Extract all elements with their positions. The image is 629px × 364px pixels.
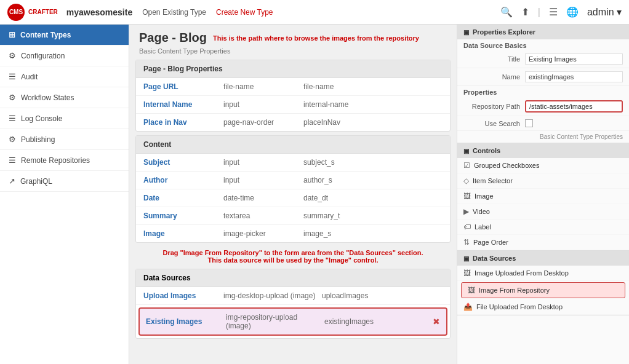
right-panel: ▣ Properties Explorer Data Source Basics…: [457, 25, 629, 364]
properties-section-header: Page - Blog Properties: [136, 60, 450, 78]
summary-type: textarea: [223, 212, 303, 220]
file-from-desktop-item[interactable]: 📤 File Uploaded From Desktop: [457, 299, 629, 315]
table-row: Summary textarea summary_t: [136, 207, 450, 225]
sidebar-item-configuration[interactable]: ⚙ Configuration: [0, 46, 129, 66]
table-row: Internal Name input internal-name: [136, 96, 450, 114]
sidebar-item-remote-repos[interactable]: ☰ Remote Repositories: [0, 150, 129, 171]
page-title: Page - Blog: [139, 31, 207, 45]
page-url-label: Page URL: [143, 82, 223, 91]
sidebar: ⊞ Content Types ⚙ Configuration ☰ Audit …: [0, 25, 129, 364]
date-label: Date: [143, 194, 223, 202]
publishing-icon: ⚙: [9, 135, 16, 144]
repository-path-value[interactable]: /static-assets/images: [525, 100, 623, 113]
item-selector-icon: ◇: [463, 176, 469, 185]
existing-images-type: img-repository-upload (image): [226, 313, 324, 330]
use-search-label: Use Search: [463, 120, 525, 127]
subject-type: input: [223, 158, 303, 167]
label-control-icon: 🏷: [463, 223, 471, 231]
table-row: Place in Nav page-nav-order placeInNav: [136, 114, 450, 131]
internal-name-label: Internal Name: [143, 100, 223, 109]
page-order-icon: ⇅: [463, 238, 470, 247]
table-row: Date date-time date_dt: [136, 189, 450, 207]
properties-explorer-section: ▣ Properties Explorer Data Source Basics…: [457, 25, 629, 143]
page-url-var: file-name: [303, 82, 334, 91]
image-from-desktop-icon: 🖼: [463, 269, 471, 277]
sidebar-item-audit[interactable]: ☰ Audit: [0, 66, 129, 87]
data-source-basics-label: Data Source Basics: [457, 39, 629, 50]
image-from-repo-icon: 🖼: [468, 286, 475, 295]
summary-label: Summary: [143, 212, 223, 220]
logo-icon: CMS: [7, 4, 25, 21]
name-prop-value[interactable]: existingImages: [525, 71, 623, 82]
title-prop-row: Title Existing Images: [457, 50, 629, 68]
image-var: image_s: [303, 229, 331, 238]
graphiql-icon: ↗: [9, 176, 15, 186]
sidebar-item-content-types[interactable]: ⊞ Content Types: [0, 25, 129, 46]
upload-icon[interactable]: ⬆: [521, 6, 529, 18]
repo-path-row: Repository Path /static-assets/images: [457, 97, 629, 116]
menu-icon[interactable]: ☰: [549, 6, 558, 18]
sidebar-item-publishing[interactable]: ⚙ Publishing: [0, 129, 129, 150]
grouped-checkboxes-icon: ☑: [463, 161, 470, 170]
sidebar-item-log-console[interactable]: ☰ Log Console: [0, 108, 129, 129]
use-search-checkbox[interactable]: [525, 119, 533, 127]
subject-var: subject_s: [303, 158, 335, 167]
table-row: Author input author_s: [136, 172, 450, 189]
subject-label: Subject: [143, 158, 223, 167]
date-type: date-time: [223, 194, 303, 202]
globe-icon[interactable]: 🌐: [566, 6, 579, 18]
page-order-item[interactable]: ⇅ Page Order: [457, 235, 629, 250]
remove-existing-images-button[interactable]: ✖: [433, 317, 440, 326]
admin-button[interactable]: admin ▾: [587, 6, 622, 18]
internal-name-var: internal-name: [303, 100, 348, 109]
data-sources-collapse-icon: ▣: [463, 255, 469, 262]
workflow-icon: ⚙: [9, 93, 16, 102]
use-search-row: Use Search: [457, 116, 629, 131]
properties-label: Properties: [457, 86, 629, 97]
video-control-item[interactable]: ▶ Video: [457, 204, 629, 220]
drag-annotation: Drag "Image From Repository" to the form…: [129, 247, 457, 265]
content-section: Content Subject input subject_s Author i…: [135, 135, 451, 243]
image-from-repo-item[interactable]: 🖼 Image From Repository: [461, 282, 625, 298]
place-in-nav-var: placeInNav: [303, 118, 340, 127]
label-control-item[interactable]: 🏷 Label: [457, 220, 629, 235]
remote-repos-icon: ☰: [9, 156, 16, 165]
place-in-nav-label: Place in Nav: [143, 118, 223, 127]
divider: |: [538, 7, 540, 18]
create-new-type-link[interactable]: Create New Type: [216, 8, 273, 17]
site-name: myawesomesite: [66, 7, 132, 17]
open-existing-type-link[interactable]: Open Existing Type: [142, 8, 206, 17]
date-var: date_dt: [303, 194, 328, 202]
page-subtitle: Basic Content Type Properties: [129, 47, 457, 55]
item-selector-item[interactable]: ◇ Item Selector: [457, 173, 629, 189]
upload-images-label: Upload Images: [143, 291, 223, 300]
main-layout: ⊞ Content Types ⚙ Configuration ☰ Audit …: [0, 25, 629, 364]
controls-section: ▣ Controls ☑ Grouped Checkboxes ◇ Item S…: [457, 143, 629, 251]
existing-images-row[interactable]: Existing Images img-repository-upload (i…: [138, 307, 447, 336]
existing-images-var: existingImages: [324, 317, 374, 326]
existing-images-label: Existing Images: [146, 317, 226, 326]
properties-explorer-header[interactable]: ▣ Properties Explorer: [457, 25, 629, 39]
data-sources-header: Data Sources: [136, 269, 450, 287]
data-sources-rp-section: ▣ Data Sources 🖼 Image Uploaded From Des…: [457, 251, 629, 315]
image-from-desktop-item[interactable]: 🖼 Image Uploaded From Desktop: [457, 266, 629, 281]
table-row: Image image-picker image_s: [136, 225, 450, 242]
author-var: author_s: [303, 176, 332, 184]
title-prop-label: Title: [463, 55, 525, 63]
logo: CMS CRAFTER: [7, 4, 59, 21]
image-control-item[interactable]: 🖼 Image: [457, 189, 629, 204]
grouped-checkboxes-item[interactable]: ☑ Grouped Checkboxes: [457, 158, 629, 173]
path-annotation: This is the path where to browse the ima…: [213, 34, 419, 42]
sidebar-item-workflow-states[interactable]: ⚙ Workflow States: [0, 87, 129, 108]
sidebar-item-graphiql[interactable]: ↗ GraphiQL: [0, 171, 129, 192]
search-icon[interactable]: 🔍: [500, 6, 513, 18]
repository-path-label: Repository Path: [463, 103, 525, 110]
upload-images-type: img-desktop-upload (image): [223, 291, 322, 300]
page-header: Page - Blog This is the path where to br…: [129, 25, 457, 47]
content-types-icon: ⊞: [9, 30, 15, 39]
data-sources-rp-header[interactable]: ▣ Data Sources: [457, 251, 629, 266]
upload-images-var: uploadImages: [322, 291, 368, 300]
video-control-icon: ▶: [463, 207, 469, 216]
controls-header[interactable]: ▣ Controls: [457, 143, 629, 158]
title-prop-value[interactable]: Existing Images: [525, 53, 623, 65]
